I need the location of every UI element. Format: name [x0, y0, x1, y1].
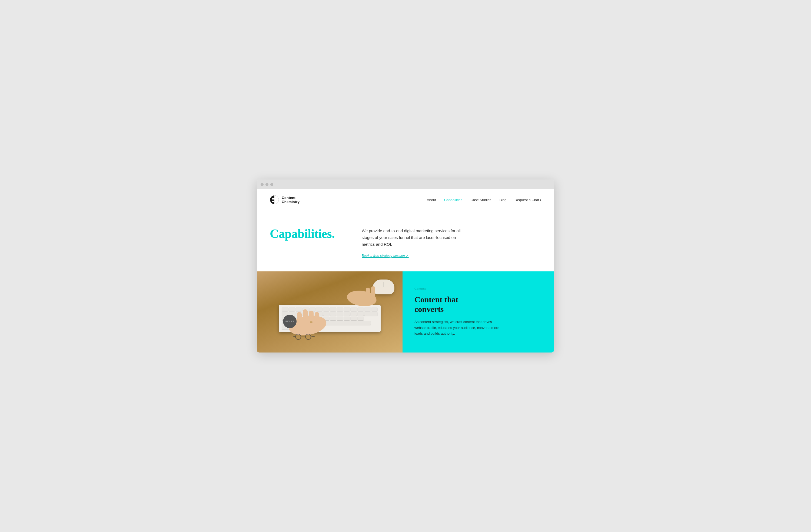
nav-case-studies[interactable]: Case Studies	[470, 198, 491, 202]
panel-title-line2: converts	[414, 305, 444, 314]
nav-capabilities[interactable]: Capabilities	[444, 198, 462, 202]
logo-line2: Chemistry	[282, 200, 300, 204]
browser-dot-minimize	[265, 183, 269, 186]
key	[351, 312, 356, 316]
hero-right: We provide end-to-end digital marketing …	[362, 227, 541, 258]
panel-title-line1: Content that	[414, 295, 458, 304]
logo-icon	[270, 195, 279, 204]
browser-dot-expand	[270, 183, 273, 186]
glasses-svg	[293, 334, 315, 340]
key	[364, 312, 377, 316]
svg-rect-12	[371, 286, 375, 300]
browser-window: Content Chemistry About Capabilities Cas…	[257, 180, 554, 352]
desktop-background: Content Chemistry About Capabilities Cas…	[246, 163, 565, 368]
logo[interactable]: Content Chemistry	[270, 195, 300, 204]
nav-request-chat[interactable]: Request a Chat ▾	[515, 198, 541, 202]
hero-left: Capabilities.	[270, 227, 346, 241]
svg-rect-3	[272, 201, 274, 202]
hero-description: We provide end-to-end digital marketing …	[362, 228, 464, 248]
logo-line1: Content	[282, 196, 300, 200]
key	[344, 312, 350, 316]
svg-line-17	[311, 336, 315, 337]
svg-rect-1	[272, 198, 276, 199]
browser-chrome	[257, 180, 554, 189]
panel-description: As content strategists, we craft content…	[414, 319, 501, 336]
hero-cta-link[interactable]: Book a free strategy session	[362, 254, 409, 258]
key	[358, 317, 364, 320]
hero-section: Capabilities. We provide end-to-end digi…	[257, 210, 554, 271]
nav-about[interactable]: About	[427, 198, 436, 202]
svg-point-14	[305, 334, 311, 339]
logo-text: Content Chemistry	[282, 196, 300, 204]
svg-rect-6	[303, 309, 308, 325]
svg-rect-5	[297, 312, 302, 327]
chevron-down-icon: ▾	[540, 198, 541, 201]
key	[351, 317, 356, 320]
content-panel: Content Content that converts As content…	[402, 271, 554, 352]
hand2-svg	[343, 284, 381, 308]
key	[344, 317, 350, 320]
key	[358, 312, 364, 316]
panel-title: Content that converts	[414, 295, 542, 314]
hero-title: Capabilities.	[270, 227, 346, 241]
keyboard-desk-scene: RELAX	[257, 271, 402, 352]
svg-rect-11	[366, 288, 370, 301]
svg-rect-2	[272, 199, 275, 200]
panel-category: Content	[414, 287, 542, 290]
content-section: RELAX	[257, 271, 554, 352]
browser-body: Content Chemistry About Capabilities Cas…	[257, 189, 554, 352]
svg-rect-8	[315, 312, 319, 326]
browser-dot-close	[261, 183, 264, 186]
nav-links: About Capabilities Case Studies Blog Req…	[427, 198, 541, 202]
svg-rect-9	[310, 321, 312, 323]
svg-point-13	[295, 334, 301, 339]
svg-line-16	[293, 336, 295, 337]
content-image: RELAX	[257, 271, 402, 352]
svg-rect-7	[309, 310, 313, 326]
navbar: Content Chemistry About Capabilities Cas…	[257, 189, 554, 210]
nav-blog[interactable]: Blog	[500, 198, 507, 202]
